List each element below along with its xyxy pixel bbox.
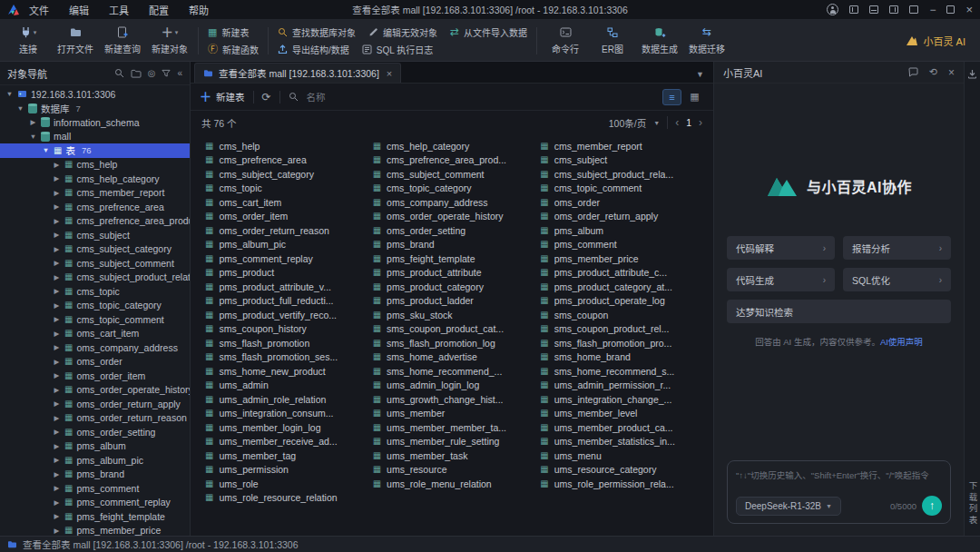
command-line-button[interactable]: 命令行 (546, 23, 584, 59)
table-grid-item[interactable]: ▦ ums_member_member_ta... (373, 420, 541, 435)
table-grid-item[interactable]: ▦ ums_member_level (540, 407, 708, 421)
tree-table-item[interactable]: ▶ ▦ cms_topic_comment (0, 312, 190, 327)
table-grid-item[interactable]: ▦ pms_product_ladder (373, 294, 541, 309)
tree-table-item[interactable]: ▶ ▦ oms_cart_item (0, 327, 190, 341)
close-button[interactable]: × (965, 3, 973, 16)
tree-database-group[interactable]: ▼ 数据库 7 (0, 102, 190, 116)
layout-right-panel-icon[interactable] (889, 5, 898, 14)
table-grid-item[interactable]: ▦ oms_order_return_reason (205, 223, 373, 238)
table-grid-item[interactable]: ▦ sms_coupon_history (205, 322, 373, 337)
table-grid-item[interactable]: ▦ cms_subject_product_rela... (540, 167, 708, 182)
ai-quick-action-button[interactable]: 代码解释 › (727, 236, 835, 260)
tree-tables-node-selected[interactable]: ▼ ▦ 表 76 (0, 143, 190, 158)
menu-item[interactable]: 工具 (109, 3, 129, 17)
table-grid-item[interactable]: ▦ oms_order_operate_history (373, 210, 541, 224)
table-grid-item[interactable]: ▦ cms_topic (205, 182, 373, 196)
table-grid-item[interactable]: ▦ sms_flash_promotion_log (373, 336, 541, 350)
table-grid-item[interactable]: ▦ oms_order_item (205, 210, 373, 224)
table-grid-item[interactable]: ▦ cms_member_report (540, 139, 708, 153)
collapse-sidebar-icon[interactable]: « (177, 68, 182, 78)
table-grid-item[interactable]: ▦ pms_product_vertify_reco... (205, 308, 373, 322)
layout-full-icon[interactable] (909, 5, 918, 14)
tree-table-item[interactable]: ▶ ▦ cms_help (0, 158, 190, 172)
tree-table-item[interactable]: ▶ ▦ cms_subject_comment (0, 256, 190, 271)
table-grid-item[interactable]: ▦ pms_comment (540, 238, 708, 252)
table-grid-item[interactable]: ▦ pms_feight_template (373, 251, 541, 266)
download-icon[interactable] (967, 69, 977, 79)
ai-input-box[interactable]: DeepSeek-R1-32B ▼ 0/5000 ↑ (727, 460, 951, 524)
table-grid-item[interactable]: ▦ ums_resource (373, 463, 541, 478)
table-grid-item[interactable]: ▦ ums_member (373, 407, 541, 421)
tree-table-item[interactable]: ▶ ▦ pms_member_price (0, 524, 190, 537)
open-file-button[interactable]: 打开文件 (56, 23, 94, 59)
table-grid-item[interactable]: ▦ pms_product_attribute_v... (205, 280, 373, 294)
table-grid-item[interactable]: ▦ ums_role (205, 477, 373, 491)
download-list-label[interactable]: 下载列表 (966, 481, 979, 527)
table-grid-item[interactable]: ▦ sms_home_recommend_s... (540, 364, 708, 379)
list-view-toggle[interactable]: ≡ (662, 89, 681, 105)
ai-prompt-input[interactable] (736, 470, 942, 480)
table-grid-item[interactable]: ▦ pms_product_category (373, 280, 541, 294)
table-grid-item[interactable]: ▦ sms_home_new_product (205, 364, 373, 379)
tree-table-item[interactable]: ▶ ▦ cms_prefrence_area (0, 200, 190, 214)
table-grid-item[interactable]: ▦ ums_role_resource_relation (205, 491, 373, 506)
send-button[interactable]: ↑ (922, 496, 942, 516)
user-avatar[interactable] (827, 4, 838, 15)
tree-table-item[interactable]: ▶ ▦ pms_comment_replay (0, 496, 190, 510)
connect-button[interactable]: ▾ 连接 (9, 23, 47, 59)
tree-table-item[interactable]: ▶ ▦ pms_album_pic (0, 453, 190, 468)
table-grid-item[interactable]: ▦ sms_coupon_product_rel... (540, 322, 708, 337)
page-size-select[interactable]: 100条/页 (609, 116, 646, 130)
tab-list-chevron-icon[interactable]: ▼ (687, 70, 713, 83)
new-folder-icon[interactable] (131, 69, 142, 78)
menu-item[interactable]: 编辑 (69, 3, 89, 17)
minimize-button[interactable]: − (929, 4, 936, 16)
tree-table-item[interactable]: ▶ ▦ oms_order_return_reason (0, 411, 190, 426)
tree-table-item[interactable]: ▶ ▦ pms_album (0, 439, 190, 454)
maximize-button[interactable] (946, 5, 955, 14)
table-grid-item[interactable]: ▦ pms_product_full_reducti... (205, 294, 373, 309)
tree-table-item[interactable]: ▶ ▦ oms_order_operate_history (0, 383, 190, 398)
history-icon[interactable]: ⟲ (929, 66, 937, 78)
grid-view-toggle[interactable]: ▦ (685, 89, 704, 105)
table-grid-item[interactable]: ▦ sms_home_brand (540, 350, 708, 365)
tree-db-mall[interactable]: ▼ mall (0, 130, 190, 144)
table-grid-item[interactable]: ▦ pms_product (205, 266, 373, 281)
tree-table-item[interactable]: ▶ ▦ pms_feight_template (0, 509, 190, 524)
tree-table-item[interactable]: ▶ ▦ oms_order (0, 355, 190, 370)
next-page-button[interactable]: › (699, 116, 702, 129)
ai-quick-action-button[interactable]: SQL优化 › (843, 268, 951, 291)
table-grid-item[interactable]: ▦ ums_admin_role_relation (205, 392, 373, 407)
table-grid-item[interactable]: ▦ ums_member_statistics_in... (540, 435, 708, 449)
ai-assistant-badge[interactable]: 小百灵 AI (906, 34, 971, 48)
table-grid-item[interactable]: ▦ oms_order_setting (373, 223, 541, 238)
table-grid-item[interactable]: ▦ cms_subject_category (205, 167, 373, 182)
table-grid-item[interactable]: ▦ pms_brand (373, 238, 541, 252)
tree-table-item[interactable]: ▶ ▦ cms_subject_category (0, 242, 190, 257)
table-grid-item[interactable]: ▦ sms_coupon (540, 308, 708, 322)
table-grid-item[interactable]: ▦ ums_role_menu_relation (373, 477, 541, 491)
menu-item[interactable]: 帮助 (189, 3, 209, 17)
table-grid-item[interactable]: ▦ ums_integration_consum... (205, 407, 373, 421)
tree-table-item[interactable]: ▶ ▦ cms_member_report (0, 186, 190, 201)
refresh-icon[interactable]: ⟳ (262, 92, 271, 103)
table-grid-item[interactable]: ▦ pms_sku_stock (373, 308, 541, 322)
er-diagram-button[interactable]: ER图 (593, 23, 632, 59)
table-grid-item[interactable]: ▦ ums_member_task (373, 448, 541, 463)
table-grid-item[interactable]: ▦ ums_admin_permission_r... (540, 379, 708, 393)
search-icon[interactable] (114, 68, 124, 78)
data-migrate-button[interactable]: ⇆ 数据迁移 (688, 23, 726, 59)
data-generate-button[interactable]: 数据生成 (641, 23, 679, 59)
find-db-object-button[interactable]: 查找数据库对象 (278, 25, 356, 39)
table-grid-item[interactable]: ▦ ums_member_rule_setting (373, 435, 541, 449)
table-grid-item[interactable]: ▦ ums_integration_change_... (540, 392, 708, 407)
tree-table-item[interactable]: ▶ ▦ cms_topic_category (0, 299, 190, 313)
table-grid-item[interactable]: ▦ cms_prefrence_area_prod... (373, 153, 541, 168)
prev-page-button[interactable]: ‹ (675, 116, 679, 129)
table-grid-item[interactable]: ▦ pms_product_attribute (373, 266, 541, 281)
table-grid-item[interactable]: ▦ ums_member_tag (205, 448, 373, 463)
sql-log-button[interactable]: SQL 执行日志 (362, 43, 433, 56)
table-grid-item[interactable]: ▦ pms_product_operate_log (540, 294, 708, 309)
table-grid-item[interactable]: ▦ pms_album_pic (205, 238, 373, 252)
table-grid-item[interactable]: ▦ ums_menu (540, 448, 708, 463)
